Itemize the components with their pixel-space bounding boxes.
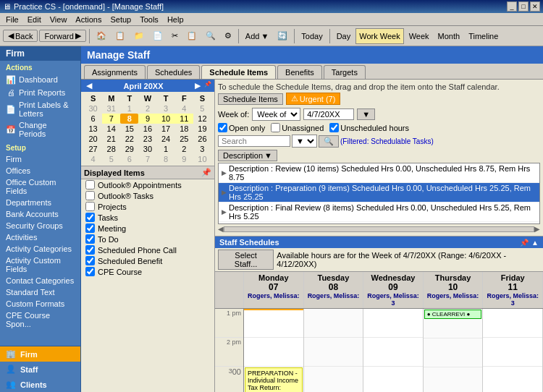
toolbar-icon-9[interactable]: 🔄 [274, 28, 291, 44]
cal-cell-0-1[interactable]: 31 [102, 103, 120, 114]
sidebar-item-print-reports[interactable]: 🖨 Print Reports [0, 86, 80, 99]
sidebar-item-bank-accounts[interactable]: Bank Accounts [0, 208, 80, 220]
di-scheduled-benefit[interactable]: Scheduled Benefit [81, 255, 214, 266]
sidebar-item-activity-categories[interactable]: Activity Categories [0, 243, 80, 255]
cal-prev-button[interactable]: ◀ [84, 81, 94, 90]
cal-cell-4-4[interactable]: 1 [157, 144, 175, 154]
tuesday-column[interactable] [304, 309, 364, 392]
monday-2pm[interactable] [244, 338, 303, 367]
tab-assignments[interactable]: Assignments [84, 65, 146, 79]
thursday-column[interactable]: ● CLEARREVI ● [424, 309, 484, 392]
cal-cell-4-6[interactable]: 3 [193, 144, 211, 154]
sidebar-item-offices[interactable]: Offices [0, 165, 80, 176]
thursday-2pm[interactable] [424, 338, 483, 367]
cal-cell-1-6[interactable]: 12 [193, 114, 211, 124]
di-projects[interactable]: Projects [81, 201, 214, 212]
sidebar-item-standard-text[interactable]: Standard Text [0, 286, 80, 298]
cal-cell-3-6[interactable]: 26 [193, 134, 211, 144]
di-outlook-tasks[interactable]: Outlook® Tasks [81, 190, 214, 201]
toolbar-icon-2[interactable]: 📋 [111, 28, 129, 44]
di-tasks[interactable]: Tasks [81, 212, 214, 223]
sidebar-bottom-clients[interactable]: 👥 Clients [0, 377, 80, 392]
description-dropdown-button[interactable]: Description ▼ [218, 150, 277, 161]
sidebar-item-security-groups[interactable]: Security Groups [0, 220, 80, 231]
cal-cell-2-1[interactable]: 14 [102, 124, 120, 134]
add-button[interactable]: Add ▼ [242, 28, 272, 44]
sidebar-item-print-labels[interactable]: 📄 Print Labels & Letters [0, 99, 80, 119]
di-checkbox-phone-call[interactable] [85, 245, 95, 255]
di-checkbox-benefit[interactable] [85, 256, 95, 265]
cal-cell-1-1[interactable]: 7 [102, 114, 120, 124]
sidebar-bottom-firm[interactable]: 🏢 Firm [0, 346, 80, 362]
staff-header-pin[interactable]: 📌 [520, 239, 529, 247]
sidebar-item-office-custom-fields[interactable]: Office Custom Fields [0, 176, 80, 197]
sidebar-item-change-periods[interactable]: 📅 Change Periods [0, 119, 80, 140]
today-button[interactable]: Today [298, 28, 326, 44]
wednesday-1pm[interactable] [363, 309, 423, 338]
schedule-items-button[interactable]: Schedule Items [218, 93, 283, 105]
cal-cell-0-5[interactable]: 4 [175, 103, 193, 114]
cal-cell-2-5[interactable]: 18 [175, 124, 193, 134]
unscheduled-hours-label[interactable]: Unscheduled hours [329, 123, 409, 132]
sidebar-item-cpe-course[interactable]: CPE Course Spon... [0, 310, 80, 330]
di-outlook-appointments[interactable]: Outlook® Appointments [81, 179, 214, 190]
di-checkbox-tasks[interactable] [85, 213, 95, 222]
cal-cell-5-3[interactable]: 7 [138, 154, 156, 164]
di-checkbox-todo[interactable] [85, 234, 95, 244]
di-scheduled-phone-call[interactable]: Scheduled Phone Call [81, 244, 214, 255]
cal-cell-3-0[interactable]: 20 [84, 134, 102, 144]
toolbar-icon-1[interactable]: 🏠 [93, 28, 110, 44]
forward-button[interactable]: Forward ▶ [39, 30, 85, 42]
tuesday-3pm[interactable] [304, 367, 363, 392]
open-only-checkbox[interactable] [218, 123, 227, 132]
task-row-3[interactable]: ▶ Description : Delivery (3 items) Sched… [219, 222, 539, 224]
scroll-left-button[interactable]: ◀ [218, 225, 224, 233]
menu-help[interactable]: Help [163, 13, 188, 26]
sidebar-bottom-staff[interactable]: 👤 Staff [0, 362, 80, 377]
sidebar-item-activity-custom-fields[interactable]: Activity Custom Fields [0, 255, 80, 275]
unassigned-label[interactable]: Unassigned [271, 123, 324, 132]
prep-event[interactable]: PREPARATION - Individual Income Tax Retu… [245, 367, 303, 392]
toolbar-icon-6[interactable]: 📋 [183, 28, 201, 44]
work-week-button[interactable]: Work Week [355, 28, 403, 44]
urgent-button[interactable]: ⚠ Urgent (7) [286, 93, 341, 105]
unscheduled-hours-checkbox[interactable] [329, 123, 339, 132]
cal-cell-4-2[interactable]: 29 [120, 144, 138, 154]
menu-edit[interactable]: Edit [23, 13, 46, 26]
week-button[interactable]: Week [405, 28, 433, 44]
cal-cell-5-5[interactable]: 9 [175, 154, 193, 164]
tab-schedule-items[interactable]: Schedule Items [201, 65, 276, 79]
sidebar-item-firm[interactable]: Firm [0, 153, 80, 165]
toolbar-icon-4[interactable]: 📄 [149, 28, 167, 44]
menu-setup[interactable]: Setup [106, 13, 135, 26]
tab-benefits[interactable]: Benefits [277, 65, 322, 79]
wednesday-column[interactable] [363, 309, 424, 392]
di-cpe-course[interactable]: CPE Course [81, 266, 214, 277]
search-input[interactable] [218, 135, 290, 147]
cal-cell-1-5[interactable]: 11 [175, 114, 193, 124]
di-checkbox-projects[interactable] [85, 202, 95, 211]
cal-cell-4-1[interactable]: 28 [102, 144, 120, 154]
cal-cell-5-4[interactable]: 8 [157, 154, 175, 164]
menu-actions[interactable]: Actions [71, 13, 106, 26]
minimize-button[interactable]: _ [507, 1, 517, 12]
month-button[interactable]: Month [434, 28, 464, 44]
sidebar-item-dashboard[interactable]: 📊 Dashboard [0, 73, 80, 86]
cal-next-button[interactable]: ▶ [193, 81, 203, 90]
task-row-1[interactable]: ▶ Description : Preparation (9 items) Sc… [219, 183, 539, 203]
cal-cell-1-2[interactable]: 8 [120, 114, 138, 124]
cal-cell-5-0[interactable]: 4 [84, 154, 102, 164]
cal-cell-3-3[interactable]: 23 [138, 134, 156, 144]
cal-cell-1-3[interactable]: 9 [138, 114, 156, 124]
cal-cell-3-4[interactable]: 24 [157, 134, 175, 144]
search-button[interactable]: 🔍 [319, 135, 339, 148]
clearrev-event[interactable]: ● CLEARREVI ● [424, 310, 482, 319]
di-todo[interactable]: To Do [81, 234, 214, 244]
cal-cell-1-0[interactable]: 6 [84, 114, 102, 124]
monday-column[interactable]: PREPARATION - Individual Income Tax Retu… [244, 309, 304, 392]
di-checkbox-cpe[interactable] [85, 267, 95, 276]
tuesday-1pm[interactable] [304, 309, 363, 338]
week-date-picker-button[interactable]: ▼ [357, 108, 375, 120]
week-select[interactable]: Week of [252, 108, 300, 121]
back-button[interactable]: ◀ Back [3, 30, 38, 42]
